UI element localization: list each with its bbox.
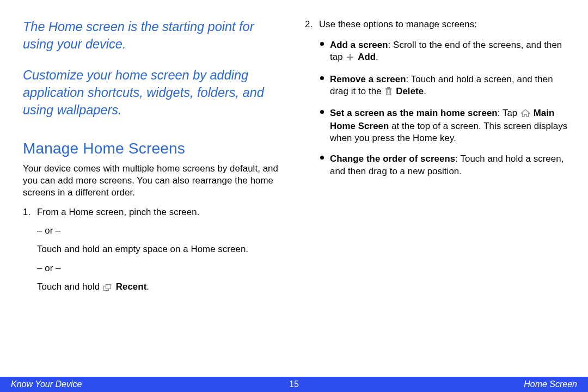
svg-marker-9 <box>521 109 530 117</box>
left-column: The Home screen is the starting point fo… <box>23 19 279 301</box>
step-1-or-1: – or – <box>37 225 279 237</box>
footer-page-number: 15 <box>278 379 310 389</box>
section-heading: Manage Home Screens <box>23 140 279 157</box>
intro-paragraph-1: The Home screen is the starting point fo… <box>23 19 279 53</box>
bullet-main-body-pre: : Tap <box>498 108 520 118</box>
step-1: From a Home screen, pinch the screen. – … <box>37 206 279 294</box>
right-column: Use these options to manage screens: Add… <box>305 19 571 184</box>
plus-icon <box>346 52 354 64</box>
bullet-main-home: Set a screen as the main home screen: Ta… <box>330 107 571 145</box>
step-2: Use these options to manage screens: Add… <box>319 19 571 177</box>
ordered-steps-continued: Use these options to manage screens: Add… <box>305 19 571 177</box>
delete-label: Delete <box>396 86 424 96</box>
trash-icon <box>385 87 392 99</box>
bullet-remove-screen: Remove a screen: Touch and hold a screen… <box>330 74 571 99</box>
bullet-add-screen: Add a screen: Scroll to the end of the s… <box>330 39 571 64</box>
step-1-line-3-pre: Touch and hold <box>37 281 102 292</box>
home-icon <box>521 108 530 120</box>
bullet-reorder: Change the order of screens: Touch and h… <box>330 153 571 177</box>
recent-label: Recent <box>116 281 147 292</box>
page-footer: Know Your Device 15 Home Screen <box>0 377 588 392</box>
bullet-remove-title: Remove a screen <box>330 74 406 84</box>
svg-rect-4 <box>387 89 391 95</box>
bullet-add-body-post: . <box>376 52 378 62</box>
svg-rect-8 <box>388 87 390 88</box>
footer-right: Home Screen <box>310 379 588 389</box>
document-page: The Home screen is the starting point fo… <box>0 0 588 392</box>
bullet-main-title: Set a screen as the main home screen <box>330 108 498 118</box>
step-2-intro: Use these options to manage screens: <box>319 19 571 30</box>
ordered-steps: From a Home screen, pinch the screen. – … <box>23 206 279 294</box>
recent-icon <box>103 282 112 294</box>
step-1-line-2: Touch and hold an empty space on a Home … <box>37 243 279 255</box>
bullet-reorder-title: Change the order of screens <box>330 154 455 164</box>
step-1-line-3: Touch and hold Recent. <box>37 281 279 294</box>
step-2-bullets: Add a screen: Scroll to the end of the s… <box>319 39 571 177</box>
footer-left: Know Your Device <box>0 379 278 389</box>
svg-rect-1 <box>106 284 111 289</box>
intro-paragraph-2: Customize your home screen by adding app… <box>23 67 279 119</box>
section-intro-text: Your device comes with multiple home scr… <box>23 163 279 199</box>
step-1-or-2: – or – <box>37 262 279 274</box>
bullet-remove-body-post: . <box>424 86 426 96</box>
step-1-line-1: From a Home screen, pinch the screen. <box>37 206 279 218</box>
step-1-line-3-post: . <box>146 281 149 292</box>
bullet-add-title: Add a screen <box>330 40 388 50</box>
add-label: Add <box>358 52 376 62</box>
